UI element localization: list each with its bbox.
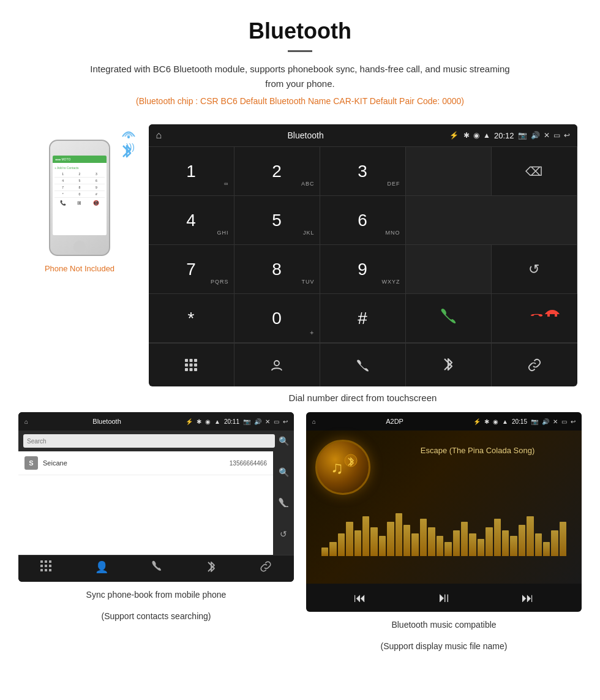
svg-rect-5 <box>190 364 193 367</box>
pb-bottom-bar: 👤 <box>18 555 294 582</box>
ms-x-icon: ✕ <box>553 418 558 425</box>
key-star[interactable]: * <box>149 294 234 343</box>
pb-win-icon: ▭ <box>274 418 279 425</box>
phonebook-screen: ⌂ Bluetooth ⚡ ✱ ◉ ▲ 20:11 📷 🔊 ✕ ▭ ↩ 🔍 <box>18 412 294 582</box>
svg-rect-12 <box>45 560 47 563</box>
key-refresh[interactable]: ↺ <box>492 245 577 294</box>
pb-call-icon[interactable] <box>152 560 163 577</box>
dial-right-icons: ✱ ◉ ▲ 20:12 📷 🔊 ✕ ▭ ↩ <box>463 131 569 140</box>
wifi-status-icon: ▲ <box>483 131 490 140</box>
viz-bar <box>551 530 558 556</box>
link-icon-cell[interactable] <box>492 344 577 386</box>
dial-caption: Dial number direct from touchscreen <box>149 386 577 412</box>
phone-screen-content: + Add to Contacts 123 456 789 *0# <box>53 163 107 208</box>
bt-status-icon: ✱ <box>463 131 470 140</box>
next-button[interactable]: ⏭ <box>522 591 534 605</box>
music-visual-area: ♫ Escape (The Pina Colada Song) <box>306 431 582 584</box>
header-divider <box>288 50 312 52</box>
key-7[interactable]: 7 PQRS <box>149 245 234 294</box>
viz-bar <box>321 548 328 556</box>
dialpad-icon-cell[interactable] <box>149 344 234 386</box>
key-9[interactable]: 9 WXYZ <box>320 245 406 294</box>
svg-rect-15 <box>45 565 47 567</box>
key-0[interactable]: 0 + <box>234 294 320 343</box>
svg-rect-17 <box>40 569 43 571</box>
back-icon: ↩ <box>564 131 570 140</box>
viz-bar <box>354 530 361 556</box>
contact-name: Seicane <box>43 459 225 467</box>
music-caption-line1: Bluetooth music compatible <box>306 612 582 634</box>
pb-link-icon[interactable] <box>260 560 272 577</box>
key-8[interactable]: 8 TUV <box>234 245 320 294</box>
pb-caption-line2: (Support contacts searching) <box>18 604 294 629</box>
viz-bar <box>420 519 427 556</box>
pb-phone-icon-right[interactable] <box>279 497 288 509</box>
prev-button[interactable]: ⏮ <box>354 591 366 605</box>
close-x-icon: ✕ <box>544 131 550 140</box>
viz-bar <box>502 530 509 556</box>
ms-title: A2DP <box>320 418 470 425</box>
header-description: Integrated with BC6 Bluetooth module, su… <box>86 62 514 91</box>
key-empty-3 <box>406 245 492 294</box>
key-hash[interactable]: # <box>320 294 406 343</box>
viz-bar <box>535 533 542 556</box>
key-5[interactable]: 5 JKL <box>234 196 320 245</box>
viz-bar <box>527 516 533 556</box>
key-backspace[interactable]: ⌫ <box>492 147 577 196</box>
ms-time: 20:15 <box>512 418 527 425</box>
pb-home-icon: ⌂ <box>24 418 28 425</box>
music-content: ♫ Escape (The Pina Colada Song) <box>306 431 582 565</box>
key-1[interactable]: 1 ∞ <box>149 147 234 196</box>
ms-win-icon: ▭ <box>561 418 567 425</box>
ms-back-icon: ↩ <box>571 418 576 425</box>
key-empty-1 <box>406 147 492 196</box>
svg-rect-16 <box>49 565 51 567</box>
key-4[interactable]: 4 GHI <box>149 196 234 245</box>
bluetooth-icon-cell[interactable] <box>406 344 492 386</box>
key-call-green[interactable] <box>406 294 492 343</box>
viz-bar <box>494 519 501 556</box>
home-icon: ⌂ <box>156 130 162 141</box>
time-display: 20:12 <box>494 131 514 140</box>
viz-bar <box>411 533 418 556</box>
viz-bar <box>362 516 369 556</box>
pb-main-content: S Seicane 13566664466 🔍 <box>18 451 294 555</box>
svg-rect-11 <box>40 560 43 563</box>
contact-phone: 13566664466 <box>230 460 267 467</box>
viz-bar <box>387 522 394 556</box>
usb-icon: ⚡ <box>449 131 459 140</box>
pb-contact-row[interactable]: S Seicane 13566664466 <box>18 451 273 475</box>
pb-search-input[interactable] <box>23 434 275 448</box>
svg-rect-8 <box>190 368 193 371</box>
key-2[interactable]: 2 ABC <box>234 147 320 196</box>
viz-bar <box>437 536 443 556</box>
play-pause-button[interactable]: ⏯ <box>437 590 451 606</box>
viz-bar <box>346 522 353 556</box>
viz-bar <box>519 525 525 556</box>
pb-dialpad-icon[interactable] <box>40 560 51 577</box>
svg-rect-2 <box>190 359 193 362</box>
pb-contact-active-icon[interactable]: 👤 <box>95 560 108 577</box>
svg-rect-9 <box>194 368 197 371</box>
key-call-red[interactable] <box>492 294 577 343</box>
viz-bar <box>469 533 476 556</box>
pb-back-icon: ↩ <box>283 418 288 425</box>
pb-search-icon-right[interactable]: 🔍 <box>279 467 289 477</box>
svg-point-10 <box>274 361 279 366</box>
key-6[interactable]: 6 MNO <box>320 196 406 245</box>
call-red-icon <box>525 307 544 329</box>
pb-vol-icon: 🔊 <box>254 418 261 425</box>
music-visualizer <box>315 507 572 556</box>
dial-screen: ⌂ Bluetooth ⚡ ✱ ◉ ▲ 20:12 📷 🔊 ✕ ▭ ↩ <box>149 124 577 386</box>
pb-refresh-icon-right[interactable]: ↺ <box>280 529 287 539</box>
dial-keypad-grid: 1 ∞ 2 ABC 3 DEF ⌫ 4 GHI <box>149 146 577 343</box>
header-section: Bluetooth Integrated with BC6 Bluetooth … <box>0 0 600 118</box>
viz-bar <box>560 522 566 556</box>
contact-icon-cell[interactable] <box>234 344 320 386</box>
music-statusbar: ⌂ A2DP ⚡ ✱ ◉ ▲ 20:15 📷 🔊 ✕ ▭ ↩ <box>306 412 582 431</box>
viz-bar <box>396 513 402 556</box>
phone-icon-cell[interactable] <box>320 344 406 386</box>
key-3[interactable]: 3 DEF <box>320 147 406 196</box>
phone-screen: ●●● MOTO + Add to Contacts 123 456 789 <box>53 156 107 235</box>
pb-bt-bottom-icon[interactable] <box>206 560 216 577</box>
